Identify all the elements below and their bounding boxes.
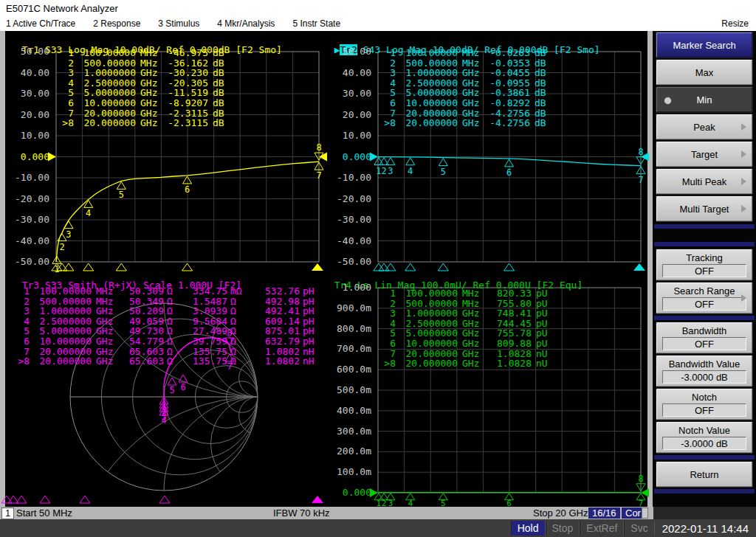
screen-right-border xyxy=(647,31,653,507)
softkey-label: Bandwidth xyxy=(682,325,727,336)
axis-label: 400.0m xyxy=(323,406,374,416)
sweep-count-badge: 16/16 xyxy=(588,507,620,519)
submenu-arrow-icon xyxy=(741,178,750,185)
softkey-bandwidth[interactable]: BandwidthOFF xyxy=(656,322,753,354)
axis-label: 50.00 xyxy=(323,46,374,57)
marker-row: 1100.00000MHz-0.0263dB xyxy=(377,48,551,58)
marker-row: 42.5000000GHz744.45pU xyxy=(377,319,551,329)
softkey-tracking[interactable]: TrackingOFF xyxy=(656,249,753,281)
status-bar-fill xyxy=(653,507,756,519)
softkey-value: OFF xyxy=(662,264,746,277)
softkey-label: Tracking xyxy=(686,252,722,263)
tr1-y-axis: 50.0040.0030.0020.0010.000.000-10.00-20.… xyxy=(0,52,52,273)
tr3-marker-table: 1100.00000MHz50.309Ω334.75mΩ532.76pH2500… xyxy=(10,286,319,367)
softkey-max[interactable]: Max xyxy=(656,59,753,86)
axis-label: 0.000 xyxy=(323,152,374,162)
channel-number: 1 xyxy=(1,507,14,519)
softkey-bandwidth-value[interactable]: Bandwidth Value-3.0000 dB xyxy=(656,355,753,387)
softkey-label: Peak xyxy=(693,122,715,133)
softkey-label: Multi Peak xyxy=(682,176,727,187)
axis-label: 900.0m xyxy=(323,303,374,313)
softkey-multi-peak[interactable]: Multi Peak xyxy=(656,168,753,195)
status-spacer xyxy=(642,507,648,519)
axis-label: 40.00 xyxy=(0,68,52,78)
instrument-status-bar: Hold Stop ExtRef Svc 2022-01-11 14:44 xyxy=(0,519,756,537)
window-title: E5071C Network Analyzer xyxy=(6,3,118,14)
axis-label: -30.00 xyxy=(323,215,374,225)
marker-row: 1100.00000MHz820.33pU xyxy=(377,288,551,299)
extref-indicator: ExtRef xyxy=(580,521,624,536)
softkey-target[interactable]: Target xyxy=(656,141,753,167)
axis-label: 40.00 xyxy=(323,68,374,78)
softkey-label: Bandwidth Value xyxy=(669,358,740,370)
resize-button[interactable]: Resize xyxy=(721,18,756,29)
softkey-value: OFF xyxy=(662,297,746,311)
axis-label: -20.00 xyxy=(323,194,374,204)
submenu-arrow-icon xyxy=(741,123,750,131)
axis-label: -10.00 xyxy=(323,173,374,183)
menu-group-separator xyxy=(654,455,755,460)
marker-row: 2500.00000MHz-36.162dB xyxy=(55,58,229,69)
datetime-display: 2022-01-11 14:44 xyxy=(655,522,753,535)
axis-label: -20.00 xyxy=(0,194,52,204)
axis-label: -40.00 xyxy=(0,236,52,246)
marker-row: >820.000000GHz1.0828nU xyxy=(377,358,551,369)
marker-row: >820.000000GHz65.603Ω135.75Ω1.0802nH xyxy=(10,356,319,367)
marker-row: 610.000000GHz-8.9207dB xyxy=(55,98,229,108)
menu-item-instr-state[interactable]: 5 Instr State xyxy=(292,18,340,29)
marker-row: 31.0000000GHz-0.0455dB xyxy=(377,68,551,78)
softkey-label: Target xyxy=(691,149,718,160)
axis-label: 10.00 xyxy=(0,131,52,141)
hold-indicator: Hold xyxy=(511,521,546,536)
softkey-value: OFF xyxy=(662,337,746,350)
axis-label: 800.0m xyxy=(323,324,374,334)
marker-row: 720.000000GHz1.0828nU xyxy=(377,349,551,359)
submenu-arrow-icon xyxy=(741,150,750,158)
marker-row: 1100.00000MHz50.309Ω334.75mΩ532.76pH xyxy=(10,286,319,297)
axis-label: 700.0m xyxy=(323,344,374,354)
marker-row: 55.0000000GHz-11.519dB xyxy=(55,88,229,98)
softkey-notch-value[interactable]: Notch Value-3.0000 dB xyxy=(656,421,753,454)
marker-row: 2500.00000MHz-0.0353dB xyxy=(377,58,551,69)
softkey-label: Marker Search xyxy=(673,40,735,51)
marker-row: 55.0000000GHz755.78pU xyxy=(377,328,551,339)
ifbw-value: IFBW 70 kHz xyxy=(273,507,330,519)
axis-label: 1.000 xyxy=(323,283,374,293)
menu-item-active-ch-trace[interactable]: 1 Active Ch/Trace xyxy=(6,18,75,29)
menu-item-stimulus[interactable]: 3 Stimulus xyxy=(158,18,199,29)
marker-row: 720.000000GHz-4.2756dB xyxy=(377,108,551,119)
softkey-menu: Marker SearchMaxMinPeakTargetMulti PeakM… xyxy=(653,31,756,507)
axis-label: 10.00 xyxy=(323,131,374,141)
marker-row: 55.0000000GHz49.730Ω27.489Ω875.01pH xyxy=(10,326,319,336)
marker-row: 42.5000000GHz-0.0955dB xyxy=(377,78,551,89)
axis-label: 20.00 xyxy=(323,110,374,120)
softkey-search-range[interactable]: Search RangeOFF xyxy=(656,282,753,314)
stop-frequency: Stop 20 GHz xyxy=(533,507,588,519)
softkey-label: Search Range xyxy=(673,285,735,297)
axis-label: 20.00 xyxy=(0,110,52,120)
marker-row: 55.0000000GHz-0.3861dB xyxy=(377,88,551,98)
softkey-min[interactable]: Min xyxy=(656,86,753,113)
softkey-notch[interactable]: NotchOFF xyxy=(656,388,753,420)
menu-group-separator xyxy=(654,489,755,493)
menu-group-separator xyxy=(654,223,755,248)
softkey-multi-target[interactable]: Multi Target xyxy=(656,195,753,222)
menu-item-response[interactable]: 2 Response xyxy=(93,18,140,29)
marker-row: 42.5000000GHz-20.305dB xyxy=(55,78,229,89)
axis-label: 0.000 xyxy=(0,152,52,162)
axis-label: 200.0m xyxy=(323,446,374,457)
start-frequency: Start 50 MHz xyxy=(16,507,72,519)
window-titlebar: E5071C Network Analyzer xyxy=(0,0,756,16)
axis-label: 30.00 xyxy=(323,89,374,99)
softkey-peak[interactable]: Peak xyxy=(656,114,753,140)
softkey-label: Min xyxy=(697,94,712,105)
marker-row: 31.0000000GHz-30.230dB xyxy=(55,68,229,78)
softkey-label: Multi Target xyxy=(680,204,729,215)
tr2-marker-table: 1100.00000MHz-0.0263dB2500.00000MHz-0.03… xyxy=(377,48,551,128)
axis-label: 300.0m xyxy=(323,426,374,437)
softkey-return[interactable]: Return xyxy=(656,461,753,488)
softkey-label: Notch xyxy=(692,392,717,403)
axis-label: -10.00 xyxy=(0,173,52,183)
menu-item-mkr-analysis[interactable]: 4 Mkr/Analysis xyxy=(217,18,275,29)
marker-row: 720.000000GHz-2.3115dB xyxy=(55,108,229,119)
